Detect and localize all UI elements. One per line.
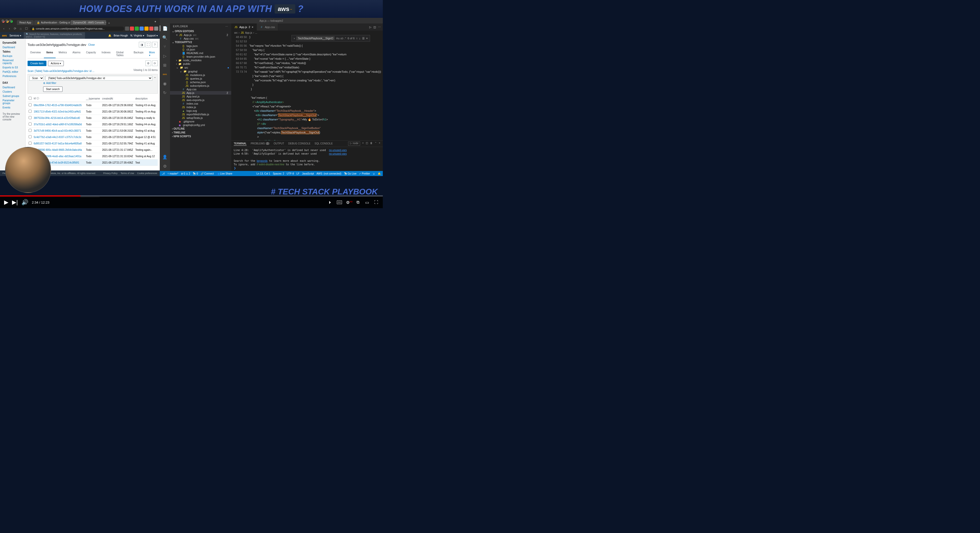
sidebar-item[interactable]: Dashboard [0,85,25,89]
filter-icon[interactable]: ☰ [362,37,365,40]
source-control-icon[interactable]: ⑂ [162,44,168,49]
forward-button[interactable]: › [7,27,12,30]
footer-link[interactable]: Terms of Use [121,172,134,175]
captions-button[interactable]: CC [337,200,342,204]
file-tree-item[interactable]: {} tags.json [170,44,231,48]
item-id-link[interactable]: 36f7533d-0f4c-4216-bb14-e22cf28a6cd0 [33,115,85,121]
file-tree-item[interactable]: {} cli.json [170,48,231,51]
split-icon[interactable]: ◫ [373,25,376,29]
npm-section[interactable]: › NPM SCRIPTS [170,134,231,138]
notification-icon[interactable]: 🔔 [108,34,111,37]
sidebar-item-tables[interactable]: Tables [0,49,25,54]
miniplayer-button[interactable]: ⧉ [355,200,360,205]
table-row[interactable]: dac39590-905c-4da9-9665-2b54c0abcd4aTodo… [27,147,158,153]
file-tree-item[interactable]: # App.css [170,88,231,91]
ext-icon[interactable] [130,27,134,30]
sidebar-item-backups[interactable]: Backups [0,54,25,58]
scan-target-select[interactable]: [Table] Todo-ue3i3e3ehrfgigpa6fu7nmdgye-… [45,76,152,81]
collapse-icon[interactable]: ⌃ [154,77,156,80]
support-menu[interactable]: Support ▾ [147,34,158,37]
row-checkbox[interactable] [29,142,32,145]
ext-icon[interactable] [145,27,148,30]
tab-global[interactable]: Global Tables [114,49,130,58]
close-icon[interactable]: ● [153,20,158,23]
timeline-section[interactable]: › TIMELINE [170,130,231,134]
more-icon[interactable]: ⋯ [378,25,381,29]
cursor-position[interactable]: Ln 13, Col 1 [256,172,270,175]
col-typename[interactable]: __typename [85,95,101,102]
scan-mode-select[interactable]: Scan [29,76,44,81]
close-link[interactable]: Close [88,43,95,46]
remote-icon[interactable]: ◉ [162,81,168,86]
prettier-button[interactable]: ✓ Prettier [359,172,370,175]
row-checkbox[interactable] [29,116,32,119]
actions-button[interactable]: Actions ▾ [48,61,64,66]
split-terminal-icon[interactable]: ◫ [366,142,368,146]
item-id-link[interactable]: 1901711f-d5eb-4321-b2ed-ba1492caf4d1 [33,108,85,115]
row-checkbox[interactable] [29,123,32,126]
sidebar-item[interactable]: Parameter groups [0,98,25,105]
next-match-icon[interactable]: ↓ [359,37,361,40]
editor-tab[interactable]: # App.css [257,24,278,30]
tab-indexes[interactable]: Indexes [99,49,113,58]
sidebar-item[interactable]: Clusters [0,89,25,94]
url-input[interactable]: 🔒 console.aws.amazon.com/dynamodb/home?r… [30,27,124,31]
explorer-icon[interactable]: 📄 [160,25,170,31]
find-input[interactable] [296,36,334,40]
file-tree-item[interactable]: JS App.test.js [170,95,231,98]
window-close-icon[interactable] [2,19,4,22]
window-maximize-icon[interactable] [9,19,12,22]
golive-button[interactable]: 📡 Go Live [344,172,356,175]
tab-items[interactable]: Items [44,49,56,58]
region-menu[interactable]: N. Virginia ▾ [130,34,144,37]
footer-link[interactable]: Cookie preferences [137,172,157,175]
ext-icon[interactable] [154,27,158,30]
tab-backups[interactable]: Backups [131,49,146,58]
browser-tab[interactable]: React App [17,20,34,25]
item-id-link[interactable]: 3d757c6f-8456-40c8-aca3-82c442c30071 [33,127,85,134]
table-row[interactable]: 5c4d77b2-e3a8-44c2-8337-c3757c7c6c3cTodo… [27,134,158,140]
file-tree-item[interactable]: JS subscriptions.js [170,84,231,88]
file-tree-item[interactable]: JS setupTests.js [170,116,231,120]
file-tree-item[interactable]: ⌄ 📁 src● [170,65,231,69]
tab-debug-console[interactable]: DEBUG CONSOLE [288,142,310,146]
file-tree-item[interactable]: {} team-provider-info.json [170,55,231,59]
gear-icon[interactable]: ⚙ [162,163,168,169]
file-tree-item[interactable]: › 📁 public [170,62,231,65]
sidebar-item-dashboard[interactable]: Dashboard [0,45,25,49]
prev-match-icon[interactable]: ↑ [356,37,358,40]
sidebar-item[interactable]: Subnet groups [0,94,25,98]
extensions-icon[interactable]: ⊞ [162,62,168,68]
row-checkbox[interactable] [29,110,32,113]
ext-icon[interactable] [125,27,129,30]
encoding-indicator[interactable]: UTF-8 [286,172,294,175]
play-button[interactable]: ▶ [4,199,8,206]
close-icon[interactable]: × [251,25,253,29]
new-tab-button[interactable]: + [107,21,111,25]
tab-problems[interactable]: PROBLEMS 2 [251,142,269,146]
bell-icon[interactable]: 🔔 [378,172,381,175]
file-tree-item[interactable]: ◆ .gitignore [170,120,231,123]
file-tree-item[interactable]: {} schema.json [170,80,231,84]
terminal-output[interactable]: Line 4:28: 'AmplifyAuthenticator' is def… [231,147,383,171]
aws-search-input[interactable]: 🔍 Search for services, features, marketp… [24,32,85,39]
sidebar-item-reserved[interactable]: Reserved capacity [0,58,25,65]
project-section[interactable]: ⌄ TODOAPPTV2 [170,40,231,44]
run-icon[interactable]: ▷ [369,25,371,29]
file-tree-item[interactable]: JS queries.js [170,77,231,80]
ext-icon[interactable] [140,27,144,30]
tab-output[interactable]: OUTPUT [274,142,284,146]
next-button[interactable]: ▶| [12,199,18,206]
back-button[interactable]: ‹ [2,27,6,30]
open-editor-item[interactable]: × JS App.js src2 [170,33,231,37]
sidebar-item-preferences[interactable]: Preferences [0,74,25,78]
try-preview-link[interactable]: Try the preview of the new console [0,112,25,122]
help-icon[interactable]: ? [152,42,158,48]
file-tree-item[interactable]: ▲ logo.svg [170,109,231,113]
file-tree-item[interactable]: JS aws-exports.js [170,98,231,102]
window-minimize-icon[interactable] [5,19,8,22]
scan-summary[interactable]: Scan: [Table] Todo-ue3i3e3ehrfgigpa6fu7n… [27,68,94,73]
volume-button[interactable]: 🔊 [21,199,28,206]
file-tree-item[interactable]: JS App.js2 [170,91,231,95]
reload-button[interactable]: ⟳ [13,27,18,30]
